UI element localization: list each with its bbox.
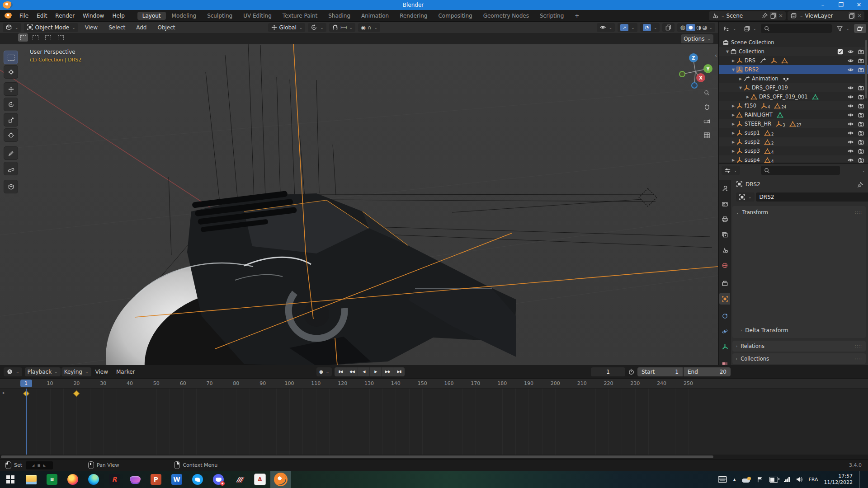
eye-icon[interactable] [847,130,854,136]
object-id-dropdown[interactable]: ⌄ [736,192,755,202]
disclosure-closed-icon[interactable]: ▶ [731,59,736,63]
eye-icon[interactable] [847,84,854,91]
outliner-label[interactable]: RAINLIGHT [745,112,773,118]
outliner-label[interactable]: susp1 [745,130,760,136]
timeline-ruler[interactable]: 1020304050607080901001101201301401501601… [0,379,868,389]
tab-scene[interactable] [719,244,730,256]
menu-file[interactable]: File [15,13,33,19]
tool-measure[interactable] [4,162,18,175]
next-keyframe-button[interactable]: ▶◆ [382,367,393,376]
tab-output[interactable] [719,213,730,225]
channels-expand-arrow[interactable]: ▸ [3,390,5,395]
tool-rotate[interactable] [4,98,18,111]
eye-icon[interactable] [847,157,854,164]
show-desktop-button[interactable] [859,471,862,488]
remove-view-layer-icon[interactable]: ✕ [857,13,862,19]
unlink-scene-icon[interactable]: ✕ [778,13,783,19]
taskbar-file-explorer[interactable] [21,471,42,488]
workspace-tab-modeling[interactable]: Modeling [167,12,202,20]
eye-icon[interactable] [847,139,854,145]
camera-icon[interactable] [858,148,864,155]
jump-to-start-button[interactable]: ▮◀ [335,367,346,376]
select-mode-subtract-button[interactable] [43,33,53,42]
timeline-editor-type-button[interactable]: ⌄ [4,367,22,376]
keyframe-diamond[interactable] [73,390,80,397]
pin-icon[interactable] [761,12,768,19]
camera-icon[interactable] [858,103,864,109]
disclosure-closed-icon[interactable]: ▶ [731,113,736,117]
gizmo-y-negative[interactable] [679,71,685,77]
gizmo-z-axis[interactable]: Z [689,53,698,62]
tool-scale[interactable] [4,113,18,127]
outliner-label[interactable]: Scene Collection [731,39,774,46]
workspace-tab-rendering[interactable]: Rendering [395,12,432,20]
taskbar-medal[interactable]: /// [229,471,250,488]
tab-object[interactable] [719,293,730,305]
checkbox-icon[interactable] [837,48,844,55]
outliner-label[interactable]: STEER_HR [745,121,771,127]
taskbar-edge[interactable] [83,471,104,488]
transform-orientation-dropdown[interactable]: Global⌄ [268,23,306,32]
outliner-filter-id-dropdown[interactable]: ⌄ [741,24,760,33]
outliner-row-scene-collection[interactable]: Scene Collection [719,38,868,47]
panel-collections[interactable]: ›Collections:::: [732,353,866,364]
disclosure-open-icon[interactable]: ▼ [731,68,736,72]
volume-icon[interactable] [796,476,803,483]
scene-selector[interactable]: ⌄ Scene ✕ [709,11,786,20]
outliner-search-input[interactable] [761,24,832,33]
tool-transform[interactable] [4,128,18,142]
taskbar-word[interactable]: W [166,471,187,488]
snap-controls[interactable]: ⊢⊣⌄ [329,23,355,32]
outliner-row-drs[interactable]: ▶ DRS [719,56,868,65]
camera-view-button[interactable] [701,115,712,127]
disclosure-open-icon[interactable]: ▼ [725,50,730,54]
playhead[interactable] [26,389,27,455]
drag-dots-icon[interactable]: :::: [855,210,862,215]
viewport-3d[interactable]: User Perspective (1) Collection | DRS2 Z… [0,44,718,365]
maximize-button[interactable]: ❐ [832,0,850,10]
timeline-marker-menu[interactable]: Marker [112,369,139,375]
viewport-menu-select[interactable]: Select [104,24,129,31]
outliner-row-f150[interactable]: ▶ f150 4 24 [719,101,868,110]
outliner-row-steer-hr[interactable]: ▶ STEER_HR 3 27 [719,119,868,128]
disclosure-closed-icon[interactable]: ▶ [731,122,736,126]
select-mode-intersect-button[interactable] [56,33,66,42]
eye-icon[interactable] [847,94,854,100]
options-button[interactable]: Options⌄ [681,34,713,43]
camera-icon[interactable] [858,94,864,100]
outliner-label[interactable]: DRS [745,57,755,64]
disclosure-closed-icon[interactable]: ▶ [731,104,736,108]
tab-tool[interactable] [719,183,730,194]
timeline-view-menu[interactable]: View [91,369,112,375]
disclosure-open-icon[interactable]: ▼ [738,86,743,90]
outliner-row-susp1[interactable]: ▶ susp1 2 [719,128,868,137]
menu-window[interactable]: Window [79,13,108,19]
keying-menu[interactable]: Keying⌄ [61,367,91,376]
workspace-tab-scripting[interactable]: Scripting [535,12,569,20]
viewport-menu-view[interactable]: View [81,24,102,31]
outliner-label[interactable]: f150 [745,103,756,109]
viewport-menu-add[interactable]: Add [132,24,151,31]
scrollbar-handle[interactable] [1,455,713,458]
properties-display-dropdown[interactable]: ⌄ [722,166,740,175]
tool-select-box[interactable] [4,51,18,64]
add-workspace-button[interactable]: + [570,12,584,20]
pan-view-button[interactable] [701,101,712,113]
timeline-tracks[interactable]: ▸ [0,389,868,455]
tool-cursor[interactable] [4,65,18,79]
tab-constraints[interactable] [719,310,730,322]
eye-icon[interactable] [847,103,854,109]
eye-icon[interactable] [847,66,854,73]
taskbar-discord[interactable] [208,471,229,488]
gizmos-toggle[interactable]: ↗⌄ [618,23,637,32]
onedrive-icon[interactable] [742,477,751,483]
taskbar-blender[interactable] [270,471,291,488]
current-frame-field[interactable]: 1 [591,367,625,376]
outliner-filter-dropdown[interactable]: ⌄ [834,24,852,33]
menu-render[interactable]: Render [51,13,79,19]
xray-toggle[interactable] [662,23,675,32]
jump-to-end-button[interactable]: ▶▮ [393,367,405,376]
language-indicator[interactable]: FRA [809,477,818,483]
new-view-layer-icon[interactable] [849,12,855,19]
outliner-label[interactable]: DRS_OFF_019 [752,84,788,91]
